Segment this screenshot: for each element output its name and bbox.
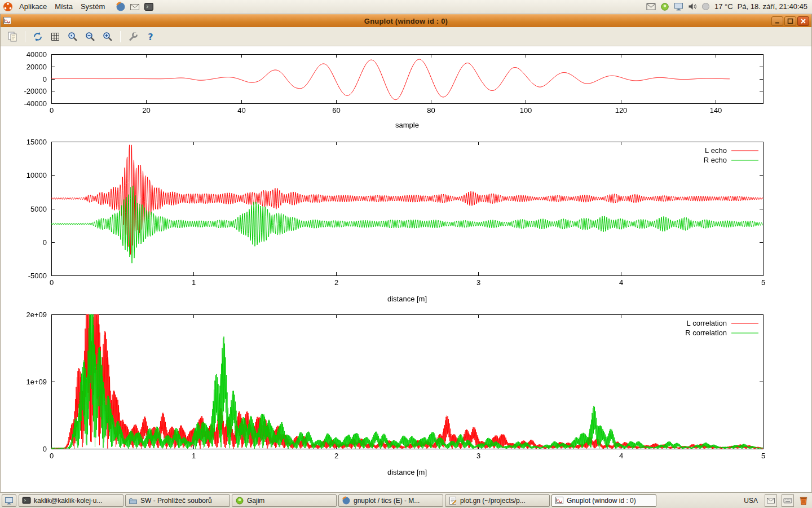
browser-launcher-icon[interactable] (116, 2, 126, 12)
gnuplot-window: Gnuplot (window id : 0) (0, 14, 812, 492)
window-title: Gnuplot (window id : 0) (1, 17, 811, 25)
folder-icon (129, 496, 138, 505)
maximize-button[interactable] (784, 16, 796, 26)
clock[interactable]: Pá, 18. září, 21:40:45 (738, 2, 807, 11)
mail-applet-icon (766, 496, 775, 505)
taskbar-button-label: kaklik@kaklik-kolej-u... (34, 497, 103, 505)
taskbar-button-5[interactable]: plot.gn (~/projects/p... (445, 494, 550, 507)
toolbar-separator (120, 31, 121, 42)
chart-canvas-echo[interactable] (1, 137, 812, 305)
temperature: 17 °C (714, 2, 733, 11)
mail-launcher-icon[interactable] (130, 2, 140, 12)
toolbar-zoom-previous-button[interactable] (65, 29, 80, 44)
show-desktop-icon (5, 496, 14, 505)
minimize-button[interactable] (771, 16, 783, 26)
toolbar-refresh-button[interactable] (30, 29, 45, 44)
toolbar-copy-button[interactable] (5, 29, 20, 44)
weather-icon[interactable] (701, 2, 710, 11)
chart-canvas-signal[interactable] (1, 49, 812, 133)
panel-launchers (116, 2, 154, 12)
menu-system[interactable]: Systém (77, 1, 109, 12)
toolbar-help-button[interactable]: ? (143, 29, 158, 44)
zoom-out-icon (85, 31, 96, 42)
settings-icon (127, 31, 139, 42)
terminal-icon (22, 496, 31, 505)
terminal-launcher-icon[interactable] (144, 2, 154, 12)
presence-icon[interactable] (660, 2, 669, 11)
panel-left: AplikaceMístaSystém (0, 1, 154, 12)
toolbar-zoom-out-button[interactable] (83, 29, 98, 44)
gnuplot-icon (555, 496, 564, 505)
taskbar-button-label: Gajim (247, 497, 264, 505)
toolbar-grid-button[interactable] (48, 29, 63, 44)
mail-applet-button[interactable] (765, 494, 777, 507)
grid-icon (50, 31, 61, 42)
toolbar-settings-button[interactable] (126, 29, 140, 44)
display-icon[interactable] (674, 2, 683, 11)
window-toolbar: ? (1, 27, 811, 46)
trash-icon[interactable] (798, 496, 809, 506)
taskbar-button-6[interactable]: Gnuplot (window id : 0) (551, 494, 656, 507)
taskbar-button-2[interactable]: SW - Prohlížeč souborů (125, 494, 230, 507)
taskbar-right: USA (742, 494, 810, 507)
taskbar-button-1[interactable]: kaklik@kaklik-kolej-u... (19, 494, 123, 507)
copy-icon (7, 31, 18, 42)
taskbar-window-list: kaklik@kaklik-kolej-u...SW - Prohlížeč s… (19, 494, 658, 507)
firefox-icon (342, 496, 351, 505)
window-controls (771, 16, 809, 26)
refresh-icon (32, 31, 43, 42)
taskbar-button-label: SW - Prohlížeč souborů (140, 497, 212, 505)
chart-canvas-correlation[interactable] (1, 309, 812, 479)
zoom-in-icon (102, 31, 113, 42)
help-icon: ? (145, 31, 156, 42)
gajim-icon (235, 496, 244, 505)
toolbar-separator (25, 31, 25, 42)
taskbar: kaklik@kaklik-kolej-u...SW - Prohlížeč s… (0, 492, 812, 508)
taskbar-button-4[interactable]: gnuplot / tics (E) - M... (338, 494, 443, 507)
taskbar-button-3[interactable]: Gajim (232, 494, 337, 507)
taskbar-button-label: Gnuplot (window id : 0) (567, 497, 636, 505)
keyboard-layout-indicator[interactable]: USA (742, 497, 760, 505)
distro-logo-icon[interactable] (3, 2, 13, 12)
volume-icon[interactable] (688, 2, 697, 11)
editor-icon (448, 496, 457, 505)
menu-applications[interactable]: Aplikace (15, 1, 51, 12)
gnome-top-panel: AplikaceMístaSystém (0, 0, 812, 14)
toolbar-zoom-in-button[interactable] (100, 29, 115, 44)
taskbar-button-label: plot.gn (~/projects/p... (460, 497, 526, 505)
window-titlebar[interactable]: Gnuplot (window id : 0) (1, 14, 811, 27)
mail-icon[interactable] (646, 3, 656, 11)
desktop: AplikaceMístaSystém (0, 0, 812, 508)
menu-places[interactable]: Místa (51, 1, 77, 12)
svg-text:?: ? (148, 31, 153, 42)
show-desktop-button[interactable] (2, 494, 16, 507)
close-button[interactable] (797, 16, 809, 26)
keyboard-applet-button[interactable] (782, 494, 794, 507)
zoom-previous-icon (67, 31, 78, 42)
keyboard-applet-icon (783, 496, 792, 505)
panel-status-area: 17 °C Pá, 18. září, 21:40:45 (646, 2, 812, 11)
panel-menus: AplikaceMístaSystém (15, 1, 109, 12)
taskbar-button-label: gnuplot / tics (E) - M... (354, 497, 420, 505)
